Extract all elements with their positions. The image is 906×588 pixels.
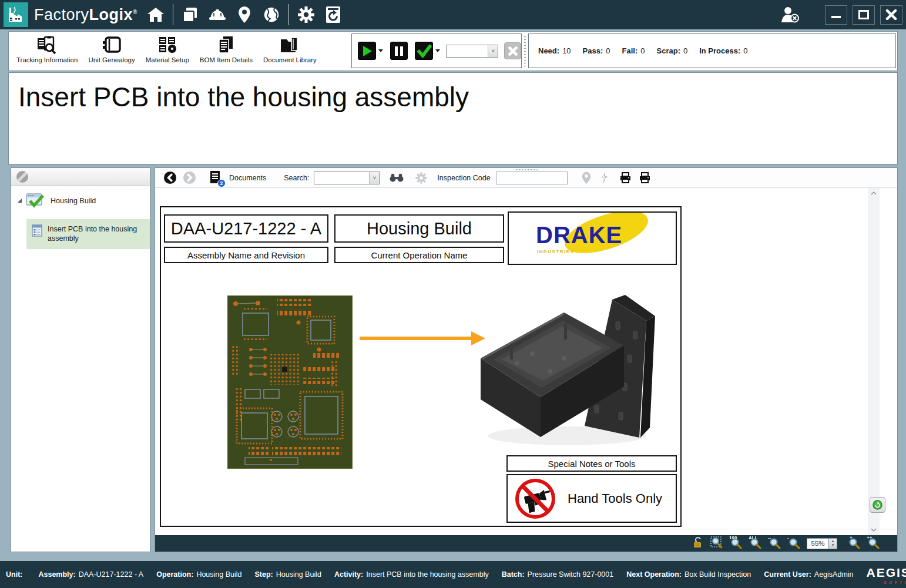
- zoom-in-fast-button[interactable]: ++: [867, 536, 881, 550]
- data-recovery-button[interactable]: [320, 2, 347, 28]
- spinner-arrows[interactable]: ▲▼: [829, 538, 837, 549]
- status-batch: Batch:Pressure Switch 927-0001: [502, 570, 614, 579]
- refresh-view-button[interactable]: [870, 497, 885, 513]
- scroll-down-button[interactable]: [868, 525, 880, 535]
- work-instruction-page: DAA-U217-1222 - A Housing Build Assembly…: [160, 206, 682, 527]
- documents-count-badge: 2: [217, 179, 226, 187]
- chevron-up-icon: [871, 191, 877, 195]
- pause-button[interactable]: [390, 42, 408, 60]
- inspection-code-label: Inspection Code: [437, 174, 490, 182]
- toolbar-button-bom-item-details[interactable]: BOM Item Details: [194, 33, 258, 65]
- toolbar-button-unit-genealogy[interactable]: Unit Genealogy: [83, 33, 140, 65]
- titlebar: FactoryLogix®: [0, 0, 906, 29]
- tree-item-housing-build[interactable]: Housing Build: [11, 186, 150, 216]
- status-activity: Activity:Insert PCB into the housing ass…: [334, 570, 489, 579]
- inspection-code-input[interactable]: [496, 172, 568, 184]
- window-pages-button[interactable]: [177, 2, 204, 28]
- complete-dropdown-caret[interactable]: [435, 49, 440, 52]
- no-drill-icon: [514, 477, 557, 520]
- maximize-button[interactable]: [853, 5, 875, 25]
- toolbar-button-material-setup[interactable]: Material Setup: [140, 33, 194, 65]
- pages-icon: [182, 6, 199, 23]
- search-combobox-value: [314, 172, 369, 184]
- hardhat-icon: [209, 7, 226, 22]
- zoom-out-button[interactable]: -: [787, 536, 801, 550]
- search-label: Search:: [284, 174, 309, 182]
- zoom-select-button[interactable]: [710, 536, 724, 550]
- forward-button[interactable]: [183, 171, 196, 184]
- toolbar-button-document-library[interactable]: Document Library: [258, 33, 322, 65]
- operation-name-value: Housing Build: [367, 219, 472, 238]
- globe-icon: [263, 6, 280, 23]
- close-icon: [885, 9, 897, 20]
- globe-button[interactable]: [258, 2, 285, 28]
- settings-button[interactable]: [293, 2, 320, 28]
- magnifier-icon: [788, 536, 801, 549]
- toolbar-button-tracking-information[interactable]: Tracking Information: [11, 33, 83, 65]
- zoom-level-value: 55%: [807, 538, 829, 549]
- tree-item-insert-pcb[interactable]: Insert PCB into the housing assembly: [26, 219, 150, 249]
- print-button[interactable]: [619, 172, 632, 184]
- documents-label: Documents: [229, 174, 266, 182]
- zoom-all-button[interactable]: ALL: [749, 536, 763, 550]
- logout-user-button[interactable]: [776, 2, 803, 28]
- documents-button[interactable]: 2: [209, 170, 221, 185]
- zoom-rect-icon: [710, 536, 723, 549]
- flash-toggle-button[interactable]: [599, 172, 610, 184]
- assembly-name-box: DAA-U217-1222 - A: [164, 214, 328, 243]
- status-step: Step:Housing Build: [255, 570, 321, 579]
- back-button[interactable]: [163, 171, 177, 184]
- location-button[interactable]: [231, 2, 258, 28]
- minimize-button[interactable]: [825, 5, 847, 25]
- search-combobox[interactable]: ˅: [314, 172, 380, 184]
- home-button[interactable]: [142, 2, 169, 28]
- scroll-up-button[interactable]: [868, 188, 880, 199]
- panel-splitter-grip[interactable]: [524, 35, 526, 67]
- cancel-button[interactable]: [504, 42, 521, 59]
- zoom-in-button[interactable]: +: [847, 536, 861, 550]
- counter-scrap: Scrap:0: [657, 46, 688, 55]
- print-preview-button[interactable]: [639, 172, 651, 184]
- tracking-information-icon: [36, 36, 58, 55]
- arrow-left-icon: [163, 171, 177, 184]
- pin-location-button[interactable]: [582, 172, 591, 184]
- tree-item-label: Insert PCB into the housing assembly: [48, 224, 140, 244]
- work-orders-button[interactable]: [204, 2, 231, 28]
- document-library-icon: [279, 36, 300, 55]
- printer-icon: [639, 172, 651, 184]
- process-tree-panel: Housing Build Insert PCB into the housin…: [11, 167, 150, 552]
- exec-combobox[interactable]: ˅: [446, 45, 498, 58]
- drake-logo-text: DRAKE: [536, 222, 622, 248]
- tree-item-label: Housing Build: [51, 197, 96, 205]
- aegis-logo-subtext: SOFTWARE: [884, 580, 906, 584]
- assembly-caption-box: Assembly Name and Revision: [164, 247, 328, 263]
- pan-lock-button[interactable]: [690, 536, 704, 550]
- start-button[interactable]: [358, 42, 376, 60]
- factory-icon: [7, 6, 25, 23]
- status-bar: Unit: Assembly:DAA-U217-1222 - A Operati…: [0, 561, 906, 588]
- vertical-scrollbar[interactable]: [868, 188, 880, 535]
- material-setup-icon: [157, 36, 178, 55]
- status-next-operation: Next Operation:Box Build Inspection: [626, 570, 751, 579]
- status-unit: Unit:: [6, 570, 25, 579]
- viewer-splitter-grip[interactable]: [515, 169, 538, 171]
- tree-expander-icon[interactable]: [17, 198, 22, 203]
- location-pin-icon: [238, 6, 251, 23]
- zoom-100-button[interactable]: 100: [729, 536, 743, 550]
- assembly-name-value: DAA-U217-1222 - A: [171, 219, 321, 238]
- complete-button[interactable]: [415, 42, 433, 60]
- viewer-settings-button[interactable]: [415, 172, 428, 184]
- close-button[interactable]: [880, 5, 902, 25]
- activity-document-icon: [31, 224, 43, 237]
- zoom-level-spinner[interactable]: 55% ▲▼: [807, 538, 837, 549]
- toolbar-button-label: BOM Item Details: [200, 56, 253, 63]
- toolbar-button-label: Document Library: [263, 56, 317, 63]
- status-assembly: Assembly:DAA-U217-1222 - A: [38, 570, 143, 579]
- counters-panel: Need:10 Pass:0 Fail:0 Scrap:0 In Process…: [528, 33, 896, 68]
- drake-logo: DRAKE INDUSTRIES: [508, 211, 677, 265]
- zoom-out-fast-button[interactable]: --: [768, 536, 782, 550]
- toolbar-button-label: Material Setup: [146, 56, 189, 63]
- find-button[interactable]: [389, 173, 404, 182]
- status-current-user: Current User:AegisAdmin: [764, 570, 853, 579]
- start-dropdown-caret[interactable]: [378, 49, 383, 52]
